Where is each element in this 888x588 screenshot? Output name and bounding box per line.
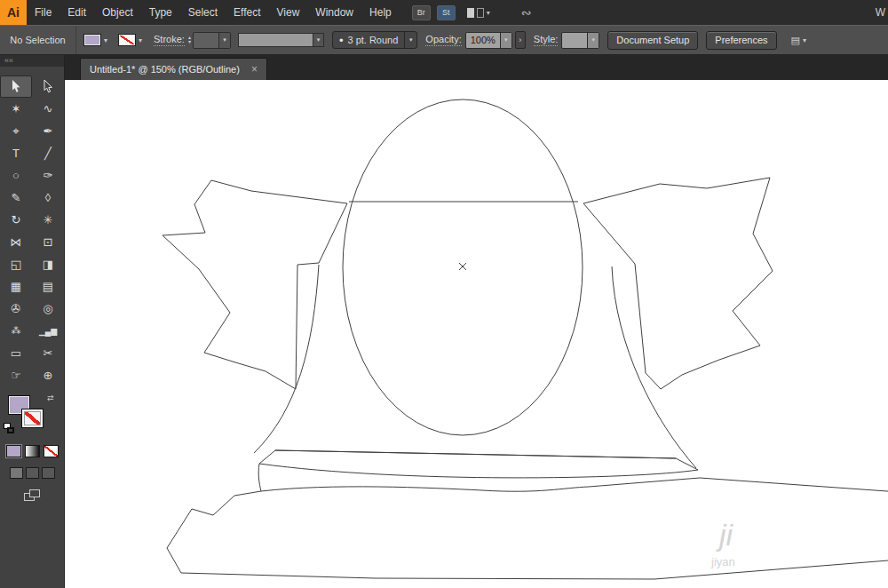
stroke-color-well[interactable]: ▾	[118, 34, 142, 46]
default-fill-stroke-icon[interactable]	[4, 423, 15, 434]
draw-normal-button[interactable]	[10, 467, 23, 479]
watermark-text: jiyan	[710, 555, 735, 568]
document-setup-button[interactable]: Document Setup	[607, 31, 698, 50]
opacity-dropdown[interactable]: 100% ▾	[465, 32, 512, 49]
panel-collapse-button[interactable]: ««	[0, 55, 64, 67]
ellipse-icon: ○	[12, 169, 20, 182]
menu-type[interactable]: Type	[141, 0, 180, 25]
bridge-button[interactable]: Br	[412, 5, 431, 20]
stroke-none-swatch[interactable]	[118, 34, 136, 46]
stroke-panel-link[interactable]: Stroke:	[154, 34, 185, 46]
chevron-down-icon[interactable]: ▾	[104, 36, 107, 44]
artboard-canvas[interactable]: jijiyan	[65, 80, 888, 588]
chevron-down-icon: ▾	[487, 9, 490, 17]
fill-color-well[interactable]: ▾	[83, 34, 107, 46]
eyedropper-tool[interactable]: ✇	[0, 298, 32, 320]
right-wing-path	[583, 178, 773, 389]
draw-inside-button[interactable]	[42, 467, 55, 479]
gesture-icon[interactable]: ∾	[521, 5, 532, 20]
free-transform-tool[interactable]: ⊡	[32, 231, 64, 253]
color-button[interactable]	[6, 445, 21, 457]
opacity-more-button[interactable]: ›	[515, 31, 526, 49]
draw-behind-button[interactable]	[26, 467, 39, 479]
hand-tool[interactable]: ☞	[0, 364, 32, 386]
width-profile-dropdown[interactable]: ▾	[238, 33, 324, 47]
lasso-tool[interactable]: ∿	[32, 98, 64, 120]
eraser-tool[interactable]: ◊	[32, 187, 64, 209]
shape-builder-tool[interactable]: ◱	[0, 253, 32, 275]
tools-panel: «« ✶ ∿ ⌖ ✒ T ╱ ○ ✑ ✎ ◊ ↻ ✳ ⋈ ⊡ ◱ ◨ ▦ ▤ ✇…	[0, 55, 65, 588]
stroke-width-dropdown[interactable]: ▾	[193, 32, 231, 49]
control-bar: No Selection ▾ ▾ Stroke: ▴ ▾ ▾ ▾ • 3 pt.…	[0, 25, 888, 55]
menu-view[interactable]: View	[269, 0, 308, 25]
zoom-tool[interactable]: ⊕	[32, 364, 64, 386]
symbol-sprayer-tool[interactable]: ⁂	[0, 320, 32, 342]
shape-builder-icon: ◱	[11, 258, 21, 271]
menu-window[interactable]: Window	[307, 0, 361, 25]
anchor-point-tool[interactable]: ⌖	[0, 120, 32, 142]
free-transform-icon: ⊡	[44, 235, 53, 249]
style-panel-link[interactable]: Style:	[534, 34, 559, 46]
column-graph-tool[interactable]: ▁▄▆	[32, 320, 64, 342]
perspective-grid-tool[interactable]: ◨	[32, 253, 64, 275]
chevron-down-icon[interactable]: ▾	[404, 32, 416, 48]
ellipse-tool[interactable]: ○	[0, 164, 32, 187]
width-tool[interactable]: ⋈	[0, 231, 32, 253]
paintbrush-tool[interactable]: ✑	[32, 164, 64, 187]
swap-fill-stroke-icon[interactable]: ⇄	[47, 393, 54, 402]
type-tool[interactable]: T	[0, 142, 32, 164]
rotate-icon: ↻	[12, 213, 21, 226]
chevron-down-icon[interactable]: ▾	[500, 33, 511, 48]
lasso-icon: ∿	[44, 102, 53, 115]
preferences-button[interactable]: Preferences	[706, 31, 776, 50]
menu-select[interactable]: Select	[180, 0, 226, 25]
pen-tool[interactable]: ✒	[32, 120, 64, 142]
brush-definition-dropdown[interactable]: • 3 pt. Round ▾	[332, 31, 417, 49]
artwork-svg[interactable]: jijiyan	[65, 80, 888, 588]
opacity-value[interactable]: 100%	[466, 35, 500, 45]
chevron-down-icon[interactable]: ▾	[313, 33, 324, 47]
gradient-button[interactable]	[25, 445, 40, 457]
chevron-down-icon: ▾	[803, 36, 806, 44]
pencil-tool[interactable]: ✎	[0, 187, 32, 209]
arrange-documents-button[interactable]: ▾	[467, 8, 490, 18]
gradient-tool[interactable]: ▤	[32, 275, 64, 298]
stock-button[interactable]: St	[437, 5, 456, 20]
none-button[interactable]	[44, 445, 59, 457]
chevron-down-icon[interactable]: ▾	[139, 36, 142, 44]
change-screen-mode-button[interactable]	[24, 489, 41, 501]
menu-object[interactable]: Object	[94, 0, 141, 25]
menu-file[interactable]: File	[27, 0, 59, 25]
perspective-grid-icon: ◨	[43, 258, 53, 271]
menu-edit[interactable]: Edit	[59, 0, 94, 25]
width-profile-preview[interactable]	[238, 33, 313, 47]
menu-help[interactable]: Help	[361, 0, 400, 25]
tab-close-button[interactable]: ×	[251, 63, 258, 75]
pen-icon: ✒	[44, 124, 53, 138]
chevron-down-icon[interactable]: ▾	[587, 33, 599, 48]
direct-selection-tool[interactable]	[32, 75, 64, 98]
blend-tool[interactable]: ◎	[32, 298, 64, 320]
selection-tool[interactable]	[0, 75, 32, 98]
stroke-width-stepper[interactable]: ▴ ▾	[188, 36, 191, 44]
stroke-swatch[interactable]	[21, 409, 44, 428]
brush-definition-value: 3 pt. Round	[347, 35, 398, 45]
chevron-down-icon[interactable]: ▾	[218, 33, 230, 48]
line-segment-icon: ╱	[44, 147, 52, 160]
style-dropdown[interactable]: ▾	[561, 32, 599, 49]
rotate-tool[interactable]: ↻	[0, 209, 32, 231]
stepper-down-icon[interactable]: ▾	[188, 40, 191, 44]
draw-modes-row	[0, 467, 64, 479]
scale-icon: ✳	[44, 213, 53, 226]
slice-tool[interactable]: ✂	[32, 342, 64, 364]
artboard-tool[interactable]: ▭	[0, 342, 32, 364]
mesh-tool[interactable]: ▦	[0, 275, 32, 298]
fill-color-swatch[interactable]	[83, 34, 101, 46]
line-segment-tool[interactable]: ╱	[32, 142, 64, 164]
magic-wand-tool[interactable]: ✶	[0, 98, 32, 120]
opacity-panel-link[interactable]: Opacity:	[425, 34, 461, 46]
document-tab[interactable]: Untitled-1* @ 150% (RGB/Outline) ×	[80, 58, 267, 80]
scale-tool[interactable]: ✳	[32, 209, 64, 231]
menu-effect[interactable]: Effect	[226, 0, 268, 25]
control-extras-button[interactable]: ▤ ▾	[791, 35, 806, 46]
